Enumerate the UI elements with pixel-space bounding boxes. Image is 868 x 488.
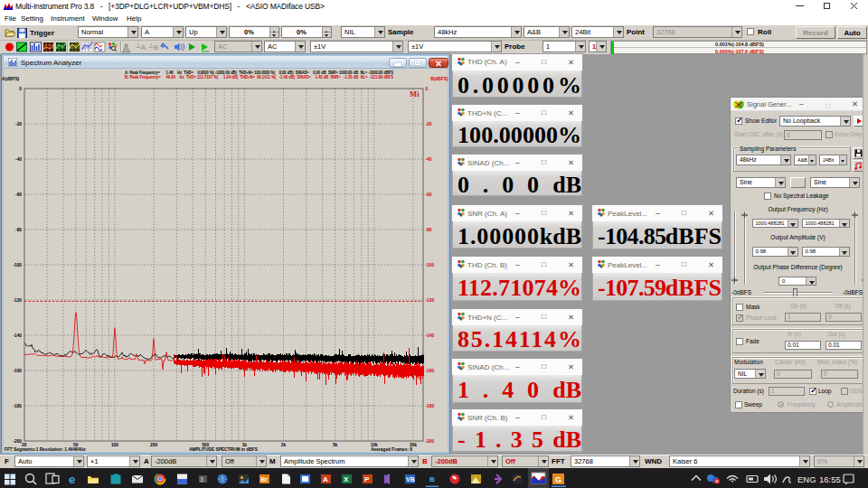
svg-text:-1.35: -1.35 xyxy=(458,427,543,451)
svg-text:-40: -40 xyxy=(426,157,432,162)
svg-text:dBFS: dBFS xyxy=(665,223,722,249)
svg-text:-200: -200 xyxy=(426,439,435,444)
svg-text:┴B: ┴B xyxy=(147,42,158,52)
svg-text:dB: dB xyxy=(552,172,581,195)
svg-text:%: % xyxy=(558,275,581,300)
svg-text:-140: -140 xyxy=(13,333,22,338)
svg-text:-40: -40 xyxy=(15,157,22,162)
svg-text:-107.59: -107.59 xyxy=(598,275,666,300)
svg-text:-120: -120 xyxy=(426,298,435,303)
svg-text:1.40: 1.40 xyxy=(458,377,539,402)
svg-text:5k: 5k xyxy=(333,443,338,447)
svg-text:-160: -160 xyxy=(426,369,435,373)
svg-text:%: % xyxy=(558,326,581,351)
svg-text:Br: Br xyxy=(260,476,268,483)
svg-text:ENG: ENG xyxy=(797,474,816,484)
svg-text:-180: -180 xyxy=(426,404,435,408)
svg-text:100: 100 xyxy=(111,443,118,447)
svg-text:G: G xyxy=(555,475,561,484)
svg-text:20: 20 xyxy=(22,443,27,447)
svg-text:B: B xyxy=(429,475,435,483)
svg-text:Mi: Mi xyxy=(410,89,420,99)
svg-text:10k: 10k xyxy=(371,443,378,447)
svg-text:50: 50 xyxy=(73,443,79,447)
svg-text:-60: -60 xyxy=(426,192,432,197)
svg-text:A(dBFS): A(dBFS) xyxy=(2,77,20,81)
svg-text:-20: -20 xyxy=(15,122,22,127)
svg-text:FFT Segments:1 Resolution:: FFT Segments:1 Resolution: 1.46484Hz xyxy=(5,447,86,452)
svg-text:200: 200 xyxy=(150,443,157,447)
svg-text:-80: -80 xyxy=(15,228,22,232)
svg-text:┴A: ┴A xyxy=(135,42,146,52)
svg-text:85.14114: 85.14114 xyxy=(458,326,556,351)
svg-text:1k: 1k xyxy=(242,443,248,447)
svg-text:A: A xyxy=(323,475,328,483)
svg-text:%: % xyxy=(558,122,581,146)
svg-text:kdB: kdB xyxy=(540,223,581,248)
svg-text:P: P xyxy=(364,475,370,483)
svg-text:B(dBFS): B(dBFS) xyxy=(430,77,448,81)
svg-text:e: e xyxy=(69,473,75,486)
svg-text:X: X xyxy=(344,475,349,483)
svg-text:-120: -120 xyxy=(13,298,22,303)
svg-text:1.00000: 1.00000 xyxy=(458,223,539,248)
svg-text:-140: -140 xyxy=(426,333,435,338)
svg-text:-200: -200 xyxy=(13,439,22,444)
svg-text:0.00: 0.00 xyxy=(458,172,539,195)
svg-text:-180: -180 xyxy=(13,404,22,408)
svg-text:2k: 2k xyxy=(281,443,287,447)
svg-text:AMPLITUDE SPECTRUM in dBFS: AMPLITUDE SPECTRUM in dBFS xyxy=(189,447,258,452)
svg-text:112.71074: 112.71074 xyxy=(458,275,558,300)
svg-text:16:55: 16:55 xyxy=(819,474,841,484)
svg-text:3: 3 xyxy=(200,476,203,483)
svg-text:0: 0 xyxy=(19,87,22,91)
svg-text:-100: -100 xyxy=(13,263,22,267)
svg-text:-60: -60 xyxy=(15,192,22,197)
svg-text:Averaged Frames: 8: Averaged Frames: 8 xyxy=(371,447,412,452)
svg-text:-100: -100 xyxy=(426,263,435,267)
svg-text:-80: -80 xyxy=(426,228,432,232)
svg-text:0.00000: 0.00000 xyxy=(458,71,554,96)
svg-text:dB: dB xyxy=(552,427,581,451)
svg-text:dBFS: dBFS xyxy=(665,275,722,300)
svg-text:20k: 20k xyxy=(410,443,417,447)
svg-text:dB: dB xyxy=(552,377,581,402)
svg-text:B: Peak Frequency= 49.96: B: Peak Frequency= 49.96 Hz THD= 112.710… xyxy=(125,75,394,80)
svg-text:-20: -20 xyxy=(426,122,432,127)
svg-text:%: % xyxy=(558,71,581,96)
svg-text:500: 500 xyxy=(202,443,209,447)
svg-text:0: 0 xyxy=(426,87,429,91)
svg-text:100.00000: 100.00000 xyxy=(458,122,558,146)
svg-text:-104.85: -104.85 xyxy=(598,223,666,249)
svg-text:VB: VB xyxy=(406,476,415,483)
svg-text:-160: -160 xyxy=(13,369,22,373)
